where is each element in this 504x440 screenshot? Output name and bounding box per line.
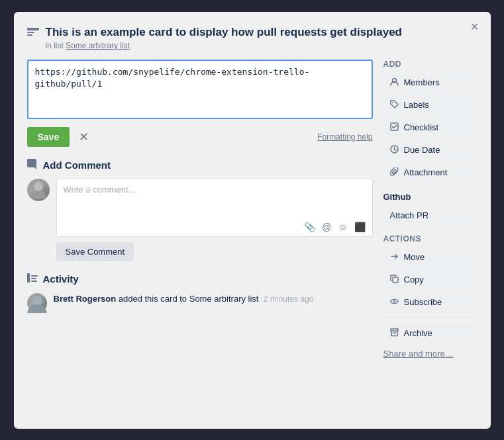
- checklist-button[interactable]: Checklist: [383, 118, 478, 138]
- activity-avatar: [27, 293, 47, 313]
- comment-toolbar: 📎 @ ☺ ⬛: [64, 222, 366, 232]
- github-section: Github Attach PR: [383, 192, 478, 225]
- attach-icon[interactable]: 📎: [304, 222, 315, 232]
- activity-item: Brett Rogerson added this card to Some a…: [27, 293, 373, 313]
- due-date-icon: [390, 145, 399, 155]
- formatting-help-button[interactable]: Formatting help: [317, 132, 372, 142]
- due-date-button[interactable]: Due Date: [383, 140, 478, 160]
- attachment-button[interactable]: Attachment: [383, 163, 478, 183]
- svg-rect-2: [27, 34, 32, 36]
- activity-text: Brett Rogerson added this card to Some a…: [54, 293, 314, 305]
- comment-input-wrapper[interactable]: Write a comment... 📎 @ ☺ ⬛: [56, 179, 373, 237]
- archive-icon: [390, 328, 399, 339]
- list-link[interactable]: Some arbitrary list: [66, 41, 130, 50]
- svg-rect-5: [31, 275, 38, 277]
- svg-rect-16: [391, 329, 398, 331]
- activity-section-header: Activity: [27, 273, 373, 285]
- comment-icon: [27, 159, 38, 172]
- activity-user: Brett Rogerson: [54, 294, 117, 304]
- cancel-url-button[interactable]: ✕: [75, 127, 93, 147]
- save-url-button[interactable]: Save: [27, 127, 70, 147]
- modal-title-area: This is an example card to display how p…: [46, 25, 402, 50]
- card-title: This is an example card to display how p…: [46, 25, 402, 40]
- activity-action: added this card to Some arbitrary list: [119, 294, 259, 304]
- add-comment-section-header: Add Comment: [27, 159, 373, 172]
- svg-point-10: [392, 102, 393, 103]
- avatar: [27, 179, 50, 201]
- add-comment-title: Add Comment: [43, 159, 111, 171]
- activity-timestamp: 2 minutes ago: [264, 294, 313, 304]
- svg-rect-0: [27, 28, 39, 30]
- svg-point-15: [393, 300, 395, 302]
- url-textarea[interactable]: [27, 60, 373, 119]
- activity-section: Activity Brett Rogerson added this card …: [27, 273, 373, 313]
- attachment-icon: [390, 167, 399, 178]
- save-comment-button[interactable]: Save Comment: [56, 242, 134, 261]
- attach-pr-button[interactable]: Attach PR: [383, 206, 478, 225]
- github-title: Github: [383, 192, 478, 202]
- modal-header: This is an example card to display how p…: [27, 25, 478, 50]
- card-modal: × This is an example card to display how…: [14, 12, 491, 429]
- emoji-icon[interactable]: ☺: [338, 222, 347, 232]
- label-icon: [390, 100, 399, 110]
- move-icon: [390, 252, 399, 263]
- share-more-button[interactable]: Share and more…: [383, 346, 454, 361]
- url-actions: Save ✕ Formatting help: [27, 127, 373, 147]
- activity-title: Activity: [43, 273, 79, 285]
- modal-body: Save ✕ Formatting help Add Comment: [27, 60, 478, 416]
- subscribe-icon: [390, 297, 399, 308]
- svg-rect-6: [31, 278, 36, 279]
- add-section: Add Members: [383, 60, 478, 183]
- members-button[interactable]: Members: [383, 73, 478, 93]
- sidebar: Add Members: [383, 60, 478, 416]
- main-content: Save ✕ Formatting help Add Comment: [27, 60, 373, 416]
- labels-button[interactable]: Labels: [383, 95, 478, 115]
- card-icon: [27, 26, 39, 40]
- archive-button[interactable]: Archive: [383, 324, 478, 343]
- mention-icon[interactable]: @: [322, 222, 331, 232]
- activity-icon: [27, 273, 38, 285]
- svg-rect-1: [27, 32, 34, 33]
- svg-point-3: [34, 182, 43, 191]
- subscribe-button[interactable]: Subscribe: [383, 292, 478, 312]
- actions-section: Actions Move: [383, 234, 478, 361]
- card-list-ref: in list Some arbitrary list: [46, 41, 402, 50]
- copy-button[interactable]: Copy: [383, 270, 478, 290]
- svg-rect-7: [31, 281, 37, 282]
- actions-title: Actions: [383, 234, 478, 243]
- close-button[interactable]: ×: [467, 19, 483, 34]
- copy-icon: [390, 275, 399, 285]
- image-icon[interactable]: ⬛: [354, 222, 366, 232]
- svg-rect-13: [393, 277, 398, 283]
- avatar-image: [27, 179, 50, 201]
- member-icon: [390, 77, 399, 88]
- actions-divider: [383, 318, 478, 318]
- checklist-icon: [390, 122, 399, 133]
- comment-placeholder: Write a comment...: [64, 185, 366, 218]
- move-button[interactable]: Move: [383, 247, 478, 267]
- comment-area: Write a comment... 📎 @ ☺ ⬛ Save Comment: [27, 179, 373, 261]
- svg-rect-4: [27, 273, 30, 283]
- add-section-title: Add: [383, 60, 478, 69]
